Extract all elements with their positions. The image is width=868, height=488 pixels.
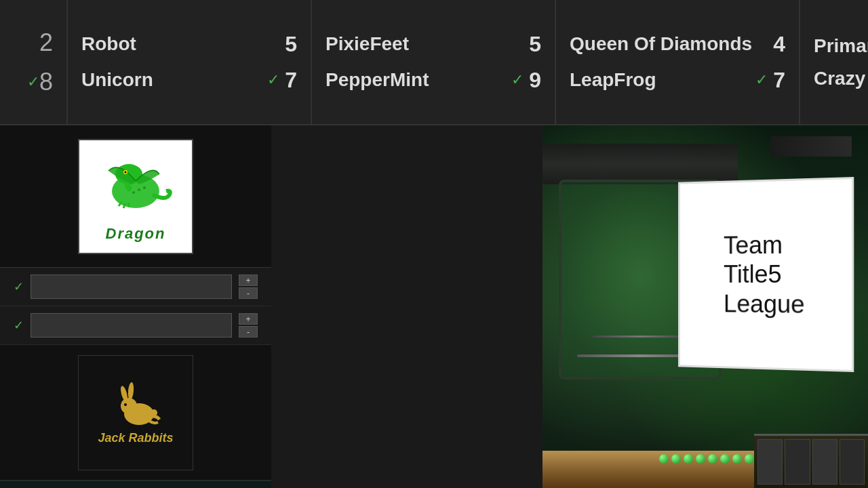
team-primary-partial: Primar	[814, 35, 868, 57]
team-pixiefeet: PixieFeet	[326, 33, 409, 55]
score-unicorn: 7	[285, 68, 297, 93]
tray-cell	[785, 439, 810, 485]
score-increment-1[interactable]: +	[239, 274, 258, 286]
check-icon-unicorn: ✓	[267, 71, 279, 89]
dragon-text: Dragon	[106, 225, 166, 243]
score-field-1[interactable]	[31, 274, 232, 299]
svg-point-3	[125, 171, 127, 173]
match-cell-2: PixieFeet 5 PepperMint ✓ 9	[312, 0, 556, 124]
score-btns-1[interactable]: + -	[239, 274, 258, 299]
marble-5	[708, 454, 717, 464]
svg-point-8	[121, 398, 137, 414]
score-pixiefeet: 5	[529, 32, 541, 57]
score-check-1: ✓	[14, 279, 24, 294]
team-unicorn: Unicorn	[81, 69, 153, 91]
check-icon-peppermint: ✓	[511, 71, 524, 89]
beam-top	[542, 144, 738, 184]
dragon-svg	[92, 150, 180, 225]
svg-point-12	[124, 403, 127, 406]
marble-track-bottom	[542, 451, 754, 488]
partial-row-top: Primar	[814, 30, 868, 62]
match-row-2-bottom: PepperMint ✓ 9	[326, 62, 541, 98]
sign-line1: Team	[724, 231, 783, 260]
jack-rabbits-logo: Jack Rabbits	[78, 355, 193, 470]
match-cell-3: Queen Of Diamonds 4 LeapFrog ✓ 7	[556, 0, 800, 124]
rank-number-bottom: 8	[39, 68, 53, 96]
unicorn-score-check: ✓ 7	[267, 68, 297, 93]
rank-row-top: 2	[39, 23, 53, 62]
score-leapfrog: 7	[773, 68, 785, 93]
svg-point-11	[151, 409, 157, 416]
match-row-3-top: Queen Of Diamonds 4	[570, 26, 785, 62]
marble-8	[745, 454, 754, 464]
main-content: 6 LeapFrog 1 0 7 Fox 1 0 8 Unicorn 1 0 9…	[0, 125, 868, 488]
camera-feed: Team Title5 League	[542, 125, 868, 488]
rank-cell: 2 ✓ 8	[0, 0, 68, 124]
score-field-2[interactable]	[31, 313, 232, 338]
match-row-1-top: Robot 5	[81, 26, 297, 62]
tray-grid	[754, 434, 868, 488]
score-btns-2[interactable]: + -	[239, 313, 258, 338]
marble-3	[684, 454, 693, 464]
score-input-1[interactable]: ✓ + -	[0, 268, 271, 306]
match-cell-1: Robot 5 Unicorn ✓ 7	[68, 0, 312, 124]
marble-2	[671, 454, 681, 464]
header-bar: 2 ✓ 8 Robot 5 Unicorn ✓ 7 PixieFeet 5 Pe…	[0, 0, 868, 125]
chain-element	[770, 136, 852, 157]
dragon-logo: Dragon	[78, 139, 193, 254]
sign-text: Team Title5 League	[717, 223, 812, 326]
sign-line3: League	[724, 290, 805, 319]
tray-cell	[757, 439, 783, 485]
svg-point-4	[138, 188, 140, 191]
score-check-2: ✓	[14, 318, 24, 333]
team-leapfrog: LeapFrog	[570, 69, 656, 91]
sign-line2: Title5	[724, 261, 782, 289]
match-row-3-bottom: LeapFrog ✓ 7	[570, 62, 785, 98]
match-row-2-top: PixieFeet 5	[326, 26, 541, 62]
team-robot: Robot	[81, 33, 136, 55]
score-decrement-2[interactable]: -	[239, 326, 258, 338]
score-robot: 5	[285, 32, 297, 57]
jack-rabbits-logo-block: Jack Rabbits	[0, 345, 271, 481]
svg-point-10	[127, 382, 134, 400]
marble-7	[732, 454, 742, 464]
bottom-right-structure	[754, 434, 868, 488]
marbles-row	[659, 454, 754, 464]
check-icon-rank: ✓	[27, 73, 39, 91]
score-queen: 4	[773, 32, 785, 57]
marble-4	[696, 454, 705, 464]
score-peppermint: 9	[529, 68, 541, 93]
marble-6	[720, 454, 730, 464]
arena-visual: Team Title5 League	[542, 125, 868, 488]
svg-point-6	[143, 186, 146, 189]
tray-cell	[812, 439, 837, 485]
match-row-1-bottom: Unicorn ✓ 7	[81, 62, 297, 98]
rank-number-top: 2	[39, 28, 53, 57]
dragon-logo-block: Dragon	[0, 125, 271, 268]
score-input-2[interactable]: ✓ + -	[0, 306, 271, 345]
team-queen: Queen Of Diamonds	[570, 33, 752, 55]
team-crazy-partial: Crazy G	[814, 68, 868, 89]
score-decrement-1[interactable]: -	[239, 287, 258, 299]
rank-row-bottom: ✓ 8	[27, 62, 53, 102]
track-element-2	[593, 336, 687, 338]
marble-1	[659, 454, 669, 464]
leapfrog-score-check: ✓ 7	[755, 68, 785, 93]
svg-point-5	[132, 191, 135, 194]
match-cell-partial: Primar Crazy G	[800, 0, 868, 124]
tray-cell	[840, 439, 865, 485]
score-increment-2[interactable]: +	[239, 313, 258, 325]
check-icon-leapfrog: ✓	[755, 71, 768, 89]
team-title-sign: Team Title5 League	[678, 177, 854, 372]
team-peppermint: PepperMint	[326, 69, 429, 91]
jack-rabbits-text: Jack Rabbits	[98, 431, 173, 445]
jackrabbits-svg	[105, 380, 166, 428]
partial-row-bottom: Crazy G	[814, 62, 868, 95]
peppermint-score-check: ✓ 9	[511, 68, 541, 93]
